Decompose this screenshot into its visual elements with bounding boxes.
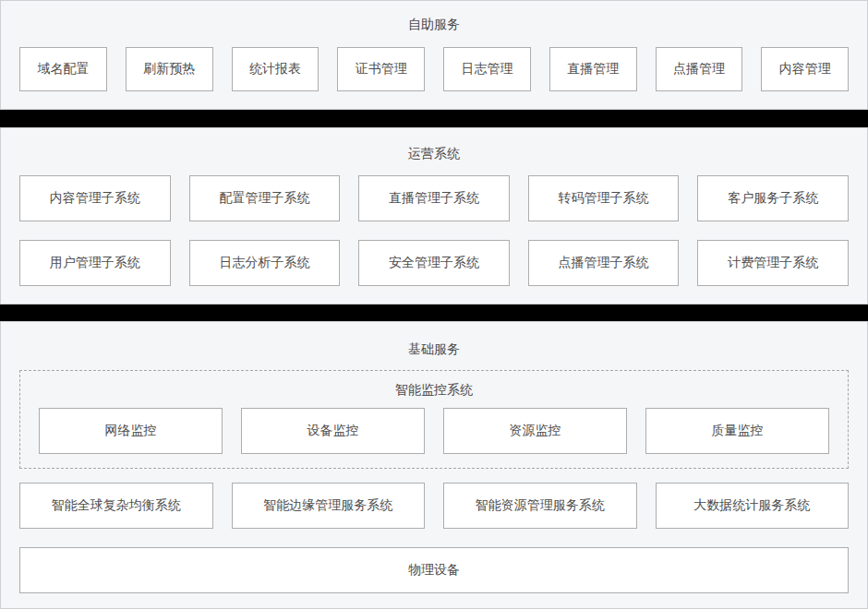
section-title-basic-services: 基础服务 (19, 342, 849, 356)
section-operations: 运营系统 内容管理子系统 配置管理子系统 直播管理子系统 转码管理子系统 客户服… (0, 127, 868, 304)
node-customer-service-subsystem: 客户服务子系统 (697, 175, 849, 221)
node-bigdata-stats-service-system: 大数据统计服务系统 (656, 483, 850, 529)
section-self-service: 自助服务 域名配置 刷新预热 统计报表 证书管理 日志管理 直播管理 点播管理 … (0, 0, 868, 110)
section-title-operations: 运营系统 (19, 147, 849, 161)
node-quality-monitoring: 质量监控 (645, 408, 829, 454)
node-domain-config: 域名配置 (19, 47, 107, 91)
smart-systems-row: 智能全球复杂均衡系统 智能边缘管理服务系统 智能资源管理服务系统 大数据统计服务… (19, 483, 849, 529)
black-divider-top (0, 110, 868, 127)
node-billing-mgmt-subsystem: 计费管理子系统 (697, 240, 849, 286)
operations-row-2: 用户管理子系统 日志分析子系统 安全管理子系统 点播管理子系统 计费管理子系统 (19, 240, 849, 286)
section-title-self-service: 自助服务 (19, 18, 849, 31)
section-basic-services: 基础服务 智能监控系统 网络监控 设备监控 资源监控 质量监控 智能全球复杂均衡… (0, 321, 868, 609)
node-live-mgmt-subsystem: 直播管理子系统 (358, 175, 510, 221)
node-content-mgmt-subsystem: 内容管理子系统 (19, 175, 171, 221)
architecture-diagram: 自助服务 域名配置 刷新预热 统计报表 证书管理 日志管理 直播管理 点播管理 … (0, 0, 868, 609)
node-content-management: 内容管理 (761, 47, 849, 91)
monitoring-row: 网络监控 设备监控 资源监控 质量监控 (39, 408, 829, 454)
node-refresh-preheat: 刷新预热 (126, 47, 213, 91)
operations-row-1: 内容管理子系统 配置管理子系统 直播管理子系统 转码管理子系统 客户服务子系统 (19, 175, 849, 221)
node-stats-report: 统计报表 (232, 47, 319, 91)
monitoring-system-group: 智能监控系统 网络监控 设备监控 资源监控 质量监控 (19, 370, 849, 469)
node-security-mgmt-subsystem: 安全管理子系统 (358, 240, 510, 286)
node-config-mgmt-subsystem: 配置管理子系统 (189, 175, 341, 221)
node-resource-mgmt-service-system: 智能资源管理服务系统 (443, 483, 637, 529)
node-transcode-mgmt-subsystem: 转码管理子系统 (528, 175, 680, 221)
node-log-management: 日志管理 (443, 47, 531, 91)
node-global-load-balancing-system: 智能全球复杂均衡系统 (19, 483, 213, 529)
self-service-row: 域名配置 刷新预热 统计报表 证书管理 日志管理 直播管理 点播管理 内容管理 (19, 47, 849, 91)
node-vod-mgmt-subsystem: 点播管理子系统 (528, 240, 680, 286)
node-cert-management: 证书管理 (337, 47, 425, 91)
monitoring-system-title: 智能监控系统 (39, 383, 829, 397)
node-physical-devices: 物理设备 (19, 547, 849, 593)
node-resource-monitoring: 资源监控 (443, 408, 627, 454)
node-vod-management: 点播管理 (656, 47, 743, 91)
node-live-management: 直播管理 (549, 47, 637, 91)
node-network-monitoring: 网络监控 (39, 408, 223, 454)
node-edge-mgmt-service-system: 智能边缘管理服务系统 (232, 483, 426, 529)
node-device-monitoring: 设备监控 (241, 408, 425, 454)
node-user-mgmt-subsystem: 用户管理子系统 (19, 240, 171, 286)
node-log-analysis-subsystem: 日志分析子系统 (189, 240, 341, 286)
black-divider-bottom (0, 304, 868, 321)
physical-row: 物理设备 (19, 547, 849, 593)
